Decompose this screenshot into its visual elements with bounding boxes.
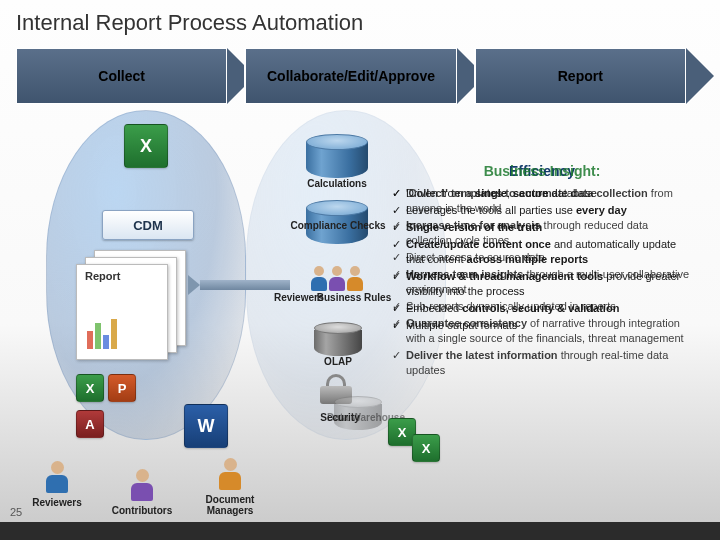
excel-icon: X [412,434,440,462]
chevron-collect: Collect [16,48,245,104]
role-label: Reviewers [32,497,81,508]
chevron-collaborate: Collaborate/Edit/Approve [245,48,474,104]
benefits-list-2: 'Collect' templates to automate data col… [392,186,692,378]
business-rules-label: Business Rules [314,292,394,303]
page-number: 25 [10,506,22,518]
role-doc-managers: Document Managers [190,458,270,516]
access-icon: A [76,410,104,438]
report-doc-stack: Report [76,250,196,360]
calculations-db-icon [306,134,368,178]
role-label: Document Managers [206,494,255,516]
chevron-label: Collaborate/Edit/Approve [267,68,435,84]
doc-label: Report [85,270,120,282]
app-icons-left2: A [76,410,176,438]
word-icon: W [184,404,228,448]
chevron-label: Collect [98,68,145,84]
benefit-item: Harness team insights through a multi-us… [392,267,692,297]
benefit-item: Deliver the latest information through r… [392,348,692,378]
benefit-item: Increase time for analysis through reduc… [392,218,692,248]
benefit-item: Guarantee consistency of narrative throu… [392,316,692,346]
compliance-label: Compliance Checks [286,220,390,232]
app-icons-left: X P [76,374,176,402]
bottom-bar [0,522,720,540]
slide: Internal Report Process Automation Colle… [0,0,720,540]
chevron-label: Report [558,68,603,84]
arrow-icon [200,280,290,290]
people-icon [310,266,364,292]
excel-icon: X [124,124,168,168]
panel-title-2: Business Insight: [392,164,692,180]
excel-icon: X [76,374,104,402]
powerpoint-icon: P [108,374,136,402]
benefit-item: 'Collect' templates to automate data col… [392,186,692,216]
role-label: Contributors [112,505,173,516]
role-contributors: Contributors [102,469,182,516]
olap-label: OLAP [310,356,366,367]
calculations-label: Calculations [292,178,382,190]
chart-icon [87,319,117,349]
diagram-stage: X CDM Report X P A W Calculations Compli… [16,120,704,510]
cdm-box: CDM [102,210,194,240]
page-title: Internal Report Process Automation [16,10,363,36]
benefit-item: Direct access to source data [392,250,692,265]
role-reviewers: Reviewers [22,461,92,508]
chevron-report: Report [475,48,704,104]
olap-db-icon [314,322,362,356]
process-chevrons: Collect Collaborate/Edit/Approve Report [16,48,704,112]
benefit-item: Sub-reports dynamically updated in repor… [392,299,692,314]
